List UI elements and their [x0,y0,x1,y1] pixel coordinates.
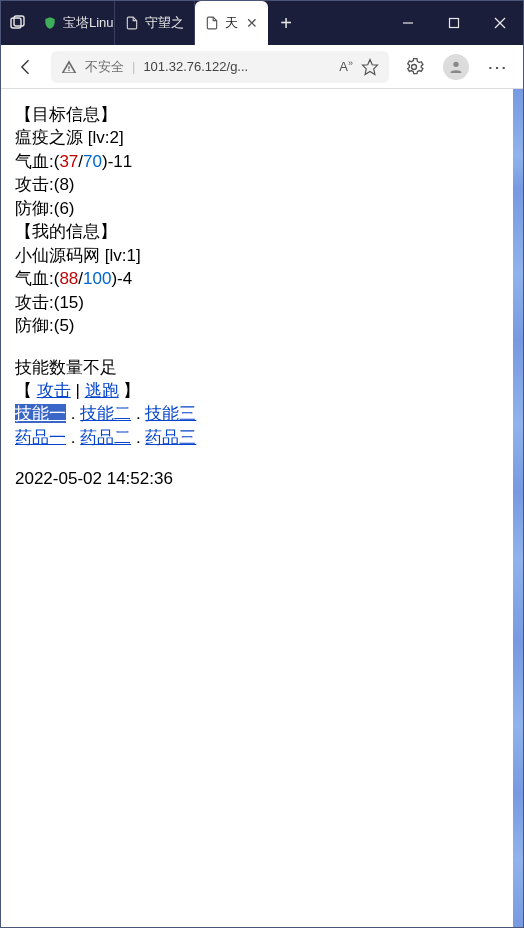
tab-label: 守望之 [145,14,184,32]
self-hp-current: 88 [59,269,78,288]
hp-tail: )-4 [111,269,132,288]
tab-2-active[interactable]: 天 ✕ [195,1,268,45]
minimize-button[interactable] [385,1,431,45]
target-atk: 攻击:(8) [15,173,503,196]
target-header: 【目标信息】 [15,103,503,126]
flee-link[interactable]: 逃跑 [85,381,119,400]
hp-tail: )-11 [102,152,132,171]
address-bar[interactable]: 不安全 | 101.32.76.122/g... A» [51,51,389,83]
bracket-open: 【 [15,381,37,400]
bracket-close: 】 [119,381,141,400]
item-2-link[interactable]: 药品二 [80,428,131,447]
svg-rect-3 [450,19,459,28]
action-bar: | [71,381,85,400]
avatar-icon [443,54,469,80]
close-window-button[interactable] [477,1,523,45]
right-sidebar-glimpse [513,89,523,927]
page-icon [205,16,219,30]
dot: . [131,428,145,447]
window-titlebar: 宝塔Linu 守望之 天 ✕ + [1,1,523,45]
target-def: 防御:(6) [15,197,503,220]
svg-marker-6 [363,59,378,74]
hp-label: 气血:( [15,152,59,171]
self-level: [lv:1] [105,246,141,265]
tab-actions-icon[interactable] [9,15,25,31]
profile-button[interactable] [439,50,473,84]
self-hp-row: 气血:(88/100)-4 [15,267,503,290]
address-separator: | [132,59,135,74]
close-icon[interactable]: ✕ [246,15,258,31]
self-atk: 攻击:(15) [15,291,503,314]
target-name: 瘟疫之源 [15,128,83,147]
favorite-icon[interactable] [361,58,379,76]
tab-label: 天 [225,14,238,32]
hp-label: 气血:( [15,269,59,288]
extensions-button[interactable] [397,50,431,84]
item-1-link[interactable]: 药品一 [15,428,66,447]
attack-link[interactable]: 攻击 [37,381,71,400]
items-row: 药品一 . 药品二 . 药品三 [15,426,503,449]
svg-point-7 [412,64,417,69]
dot: . [131,404,145,423]
page-content: 【目标信息】 瘟疫之源 [lv:2] 气血:(37/70)-11 攻击:(8) … [1,89,513,927]
self-name-row: 小仙源码网 [lv:1] [15,244,503,267]
target-hp-current: 37 [59,152,78,171]
page-viewport: 【目标信息】 瘟疫之源 [lv:2] 气血:(37/70)-11 攻击:(8) … [1,89,523,927]
self-header: 【我的信息】 [15,220,503,243]
dot: . [66,404,80,423]
skill-2-link[interactable]: 技能二 [80,404,131,423]
target-level: [lv:2] [88,128,124,147]
window-controls [385,1,523,45]
svg-point-8 [453,61,458,66]
game-page: 【目标信息】 瘟疫之源 [lv:2] 气血:(37/70)-11 攻击:(8) … [1,89,513,501]
self-hp-max: 100 [83,269,111,288]
browser-toolbar: 不安全 | 101.32.76.122/g... A» ⋯ [1,45,523,89]
insecure-label: 不安全 [85,58,124,76]
plus-icon: + [280,12,292,35]
self-name: 小仙源码网 [15,246,100,265]
shield-icon [43,16,57,30]
tab-1[interactable]: 守望之 [115,1,195,45]
tab-strip: 宝塔Linu 守望之 天 ✕ + [33,1,385,45]
notice-text: 技能数量不足 [15,356,503,379]
titlebar-left-icons [1,1,33,45]
self-def: 防御:(5) [15,314,503,337]
item-3-link[interactable]: 药品三 [145,428,196,447]
more-button[interactable]: ⋯ [481,50,515,84]
tab-0[interactable]: 宝塔Linu [33,1,115,45]
url-text: 101.32.76.122/g... [143,59,331,74]
skills-row: 技能一 . 技能二 . 技能三 [15,402,503,425]
timestamp: 2022-05-02 14:52:36 [15,467,503,490]
tab-label: 宝塔Linu [63,14,114,32]
action-row: 【 攻击 | 逃跑 】 [15,379,503,402]
page-icon [125,16,139,30]
skill-3-link[interactable]: 技能三 [145,404,196,423]
maximize-button[interactable] [431,1,477,45]
target-name-row: 瘟疫之源 [lv:2] [15,126,503,149]
back-button[interactable] [9,50,43,84]
skill-1-link[interactable]: 技能一 [15,404,66,423]
read-aloud-icon[interactable]: A» [339,58,353,74]
dot: . [66,428,80,447]
target-hp-row: 气血:(37/70)-11 [15,150,503,173]
target-hp-max: 70 [83,152,102,171]
new-tab-button[interactable]: + [268,1,304,45]
insecure-icon [61,59,77,75]
